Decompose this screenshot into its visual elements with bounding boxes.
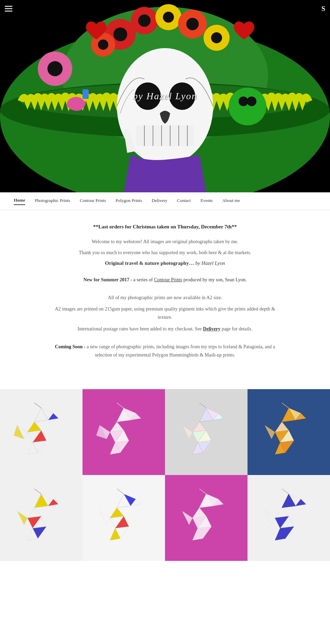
grid-cell-4[interactable]	[248, 389, 330, 475]
svg-marker-114	[296, 499, 306, 506]
main-nav: Home Photographic Prints Contour Prints …	[0, 192, 330, 210]
new-for-mid: a series of	[132, 277, 154, 282]
hummingbird-3	[179, 401, 234, 463]
hummingbird-1	[14, 401, 69, 463]
postage-text-after: page for details.	[220, 326, 252, 331]
prints-a2-line1: All of my photographic prints are now av…	[52, 294, 278, 302]
svg-rect-29	[82, 89, 89, 99]
svg-line-117	[282, 489, 289, 494]
grid-cell-2[interactable]	[82, 389, 165, 475]
svg-marker-93	[124, 494, 136, 506]
svg-point-26	[211, 32, 222, 43]
hummingbird-7	[179, 487, 234, 549]
grid-cell-3[interactable]	[165, 389, 248, 475]
nav-events[interactable]: Events	[200, 198, 212, 205]
nav-contour-prints[interactable]: Contour Prints	[80, 198, 106, 205]
menu-icon[interactable]	[5, 5, 12, 14]
tagline-bold: Original travel & nature photography…	[105, 260, 194, 266]
grid-cell-5[interactable]	[0, 475, 82, 561]
main-content: **Last orders for Christmas taken on Thu…	[45, 210, 285, 389]
welcome-line2: Thank you so much to everyone who has su…	[52, 249, 278, 257]
grid-cell-1[interactable]	[0, 389, 82, 475]
svg-point-28	[47, 61, 63, 76]
nav-about-me[interactable]: About me	[222, 198, 240, 205]
hummingbird-4	[261, 401, 316, 463]
svg-line-77	[282, 403, 289, 408]
new-for-end: produced by my son, Sean Lyon.	[182, 277, 246, 282]
svg-marker-75	[265, 425, 275, 439]
svg-marker-42	[48, 413, 58, 420]
grid-cell-6[interactable]	[82, 475, 165, 561]
hummingbird-6	[96, 487, 151, 549]
svg-marker-95	[100, 511, 110, 525]
svg-rect-34	[5, 8, 12, 9]
prints-a2-line2: A2 images are printed on 215gsm paper, u…	[52, 305, 278, 321]
svg-line-97	[117, 489, 124, 494]
hero-title: by Hazel Lyon	[133, 91, 197, 102]
svg-marker-91	[115, 516, 129, 528]
svg-line-57	[117, 403, 124, 408]
s-icon[interactable]: S	[321, 5, 325, 13]
nav-home[interactable]: Home	[14, 197, 25, 205]
delivery-link[interactable]: Delivery	[203, 326, 221, 331]
svg-point-31	[239, 97, 248, 106]
svg-marker-115	[265, 511, 275, 525]
nav-photographic-prints[interactable]: Photographic Prints	[35, 198, 70, 205]
svg-marker-105	[182, 511, 192, 525]
nav-contact[interactable]: Contact	[177, 198, 191, 205]
svg-marker-84	[48, 499, 58, 506]
coming-soon-bold: Coming Soon -	[55, 344, 86, 349]
svg-marker-45	[28, 442, 38, 454]
postage-text: International postage rates have been ad…	[52, 325, 278, 333]
hero-section: S by Hazel Lyon	[0, 0, 330, 192]
svg-marker-96	[110, 528, 120, 540]
new-for-text: New for Summer 2017 - a series of Contou…	[52, 276, 278, 284]
svg-rect-33	[5, 6, 12, 7]
welcome-line1: Welcome to my webstore! All images are o…	[52, 238, 278, 246]
svg-rect-35	[5, 11, 12, 12]
nav-delivery[interactable]: Delivery	[152, 198, 167, 205]
svg-marker-39	[33, 430, 46, 442]
svg-point-32	[247, 97, 256, 106]
svg-marker-65	[182, 425, 192, 439]
new-for-bold: New for Summer 2017 -	[83, 277, 132, 282]
hummingbird-5	[14, 487, 69, 549]
svg-marker-80	[28, 516, 41, 528]
postage-text-before: International postage rates have been ad…	[78, 326, 203, 331]
svg-point-20	[98, 39, 108, 50]
svg-point-16	[113, 27, 127, 41]
grid-cell-8[interactable]	[248, 475, 330, 561]
nav-polygon-prints[interactable]: Polygon Prints	[116, 198, 142, 205]
hummingbird-2	[96, 401, 151, 463]
svg-line-67	[199, 403, 206, 408]
image-grid-row1	[0, 389, 330, 475]
image-grid-row2	[0, 475, 330, 561]
svg-point-30	[229, 88, 266, 125]
coming-soon-text: Coming Soon - a new range of photographi…	[52, 343, 278, 359]
svg-marker-44	[14, 425, 24, 439]
grid-cell-7[interactable]	[165, 475, 248, 561]
svg-point-24	[186, 18, 199, 30]
svg-line-87	[34, 489, 41, 494]
svg-point-22	[163, 12, 174, 23]
contour-prints-link[interactable]: Contour Prints	[154, 277, 182, 282]
coming-soon-body: a new range of photographic prints, incl…	[86, 344, 275, 358]
svg-line-46	[34, 403, 41, 408]
svg-point-18	[138, 14, 151, 27]
svg-marker-85	[17, 511, 28, 525]
tagline: Original travel & nature photography… by…	[52, 260, 278, 266]
announcement-text: **Last orders for Christmas taken on Thu…	[52, 224, 278, 230]
svg-marker-110	[275, 516, 289, 528]
tagline-italic: by Hazel Lyon	[194, 260, 225, 266]
svg-line-107	[199, 489, 206, 494]
hummingbird-8	[261, 487, 316, 549]
